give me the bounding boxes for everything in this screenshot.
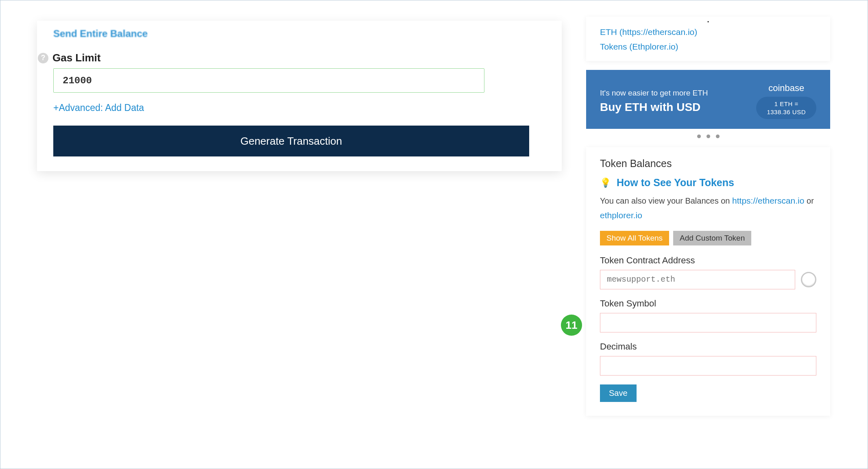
send-card: Send Entire Balance ? Gas Limit +Advance… xyxy=(37,21,562,171)
layout: Send Entire Balance ? Gas Limit +Advance… xyxy=(0,0,868,432)
carousel-dot[interactable] xyxy=(697,135,701,138)
advanced-add-data-link[interactable]: +Advanced: Add Data xyxy=(53,102,144,113)
promo-headline: Buy ETH with USD xyxy=(600,101,708,114)
howto-see-tokens-link[interactable]: 💡 How to See Your Tokens xyxy=(600,177,816,189)
token-balances-title: Token Balances xyxy=(600,158,816,169)
promo-text: It's now easier to get more ETH Buy ETH … xyxy=(600,89,708,114)
token-contract-label: Token Contract Address xyxy=(600,255,816,266)
loading-spinner-icon xyxy=(801,272,816,287)
carousel-dots xyxy=(586,129,830,138)
bullet-icon: . xyxy=(600,18,816,21)
rate-pill: 1 ETH = 1338.36 USD xyxy=(756,97,816,119)
ethplorer-balance-link[interactable]: ethplorer.io xyxy=(600,208,642,223)
save-button[interactable]: Save xyxy=(600,384,637,402)
carousel-dot[interactable] xyxy=(716,135,720,138)
promo-wrapper: It's now easier to get more ETH Buy ETH … xyxy=(586,70,830,138)
gas-limit-input[interactable] xyxy=(53,68,484,93)
right-column: . ETH (https://etherscan.io) Tokens (Eth… xyxy=(586,17,830,416)
token-symbol-label: Token Symbol xyxy=(600,298,816,309)
token-contract-field xyxy=(600,270,816,289)
token-symbol-input[interactable] xyxy=(600,313,816,332)
coinbase-label: coinbase xyxy=(768,83,804,93)
desc-prefix: You can also view your Balances on xyxy=(600,196,732,205)
howto-link-text: How to See Your Tokens xyxy=(617,177,734,189)
rate-line-1: 1 ETH = xyxy=(767,100,806,108)
lightbulb-icon: 💡 xyxy=(600,178,611,188)
rate-line-2: 1338.36 USD xyxy=(767,108,806,116)
add-custom-token-button[interactable]: Add Custom Token xyxy=(673,231,751,245)
annotation-badge: 11 xyxy=(561,315,582,336)
help-icon[interactable]: ? xyxy=(38,53,48,63)
ethplorer-link[interactable]: Tokens (Ethplorer.io) xyxy=(600,39,678,54)
etherscan-balance-link[interactable]: https://etherscan.io xyxy=(732,193,804,208)
desc-mid: or xyxy=(804,196,813,205)
send-entire-balance-link[interactable]: Send Entire Balance xyxy=(53,28,148,39)
decimals-label: Decimals xyxy=(600,341,816,352)
show-all-tokens-button[interactable]: Show All Tokens xyxy=(600,231,669,245)
promo-rate: coinbase 1 ETH = 1338.36 USD xyxy=(756,83,816,119)
token-contract-input[interactable] xyxy=(600,270,795,289)
gas-limit-label: Gas Limit xyxy=(52,52,100,64)
token-buttons-row: Show All Tokens Add Custom Token xyxy=(600,231,816,245)
token-balances-card: 11 Token Balances 💡 How to See Your Toke… xyxy=(586,147,830,415)
balances-description: You can also view your Balances on https… xyxy=(600,193,816,222)
app-frame: Send Entire Balance ? Gas Limit +Advance… xyxy=(0,0,868,469)
promo-tagline: It's now easier to get more ETH xyxy=(600,89,708,98)
etherscan-link[interactable]: ETH (https://etherscan.io) xyxy=(600,25,697,39)
gas-limit-row: ? Gas Limit xyxy=(38,52,545,64)
transaction-history-card: . ETH (https://etherscan.io) Tokens (Eth… xyxy=(586,17,830,61)
decimals-input[interactable] xyxy=(600,356,816,376)
buy-eth-promo[interactable]: It's now easier to get more ETH Buy ETH … xyxy=(586,70,830,129)
carousel-dot[interactable] xyxy=(707,135,710,138)
generate-transaction-button[interactable]: Generate Transaction xyxy=(53,126,529,156)
